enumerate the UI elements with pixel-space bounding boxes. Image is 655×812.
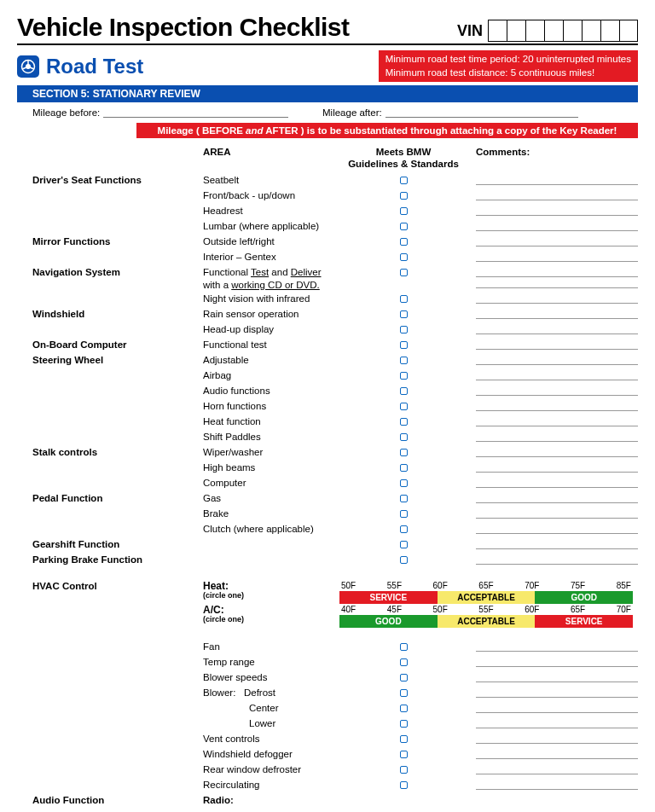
comment-line[interactable]	[476, 174, 638, 185]
checkbox[interactable]	[400, 295, 408, 303]
checkbox[interactable]	[400, 643, 408, 651]
checkbox[interactable]	[400, 556, 408, 564]
comment-line[interactable]	[476, 779, 638, 790]
comment-line[interactable]	[476, 266, 638, 277]
comment-line[interactable]	[476, 431, 638, 442]
vin-box[interactable]	[600, 20, 619, 42]
checkbox[interactable]	[400, 541, 408, 548]
comment-line[interactable]	[476, 717, 638, 728]
checkbox[interactable]	[400, 781, 408, 789]
table-row: Steering WheelAdjustable	[32, 354, 638, 369]
warning-line1: Minimum road test time period: 20 uninte…	[385, 53, 631, 67]
comment-line[interactable]	[476, 205, 638, 216]
item-label: Center	[203, 702, 339, 716]
checkbox[interactable]	[400, 495, 408, 502]
checkbox[interactable]	[400, 357, 408, 364]
checkbox-cell	[339, 671, 467, 685]
checkbox[interactable]	[400, 433, 408, 441]
comment-line[interactable]	[476, 308, 638, 319]
item-label: Head-up display	[203, 323, 339, 337]
checkbox[interactable]	[400, 658, 408, 666]
comment-line[interactable]	[476, 323, 638, 334]
comment-line[interactable]	[476, 656, 638, 667]
comment-line[interactable]	[476, 235, 638, 246]
comment-line[interactable]	[476, 687, 638, 698]
checkbox[interactable]	[400, 223, 408, 230]
comment-line[interactable]	[476, 554, 638, 565]
checkbox[interactable]	[400, 510, 408, 518]
comment-line[interactable]	[476, 671, 638, 682]
comment-line[interactable]	[476, 641, 638, 652]
table-row: High beams	[32, 461, 638, 477]
checkbox[interactable]	[400, 705, 408, 712]
vin-box[interactable]	[619, 20, 638, 42]
comment-line[interactable]	[476, 702, 638, 713]
checkbox[interactable]	[400, 525, 408, 533]
vin-box[interactable]	[544, 20, 563, 42]
scale-tick: 70F	[617, 605, 631, 614]
checkbox-cell	[339, 779, 467, 792]
checkbox[interactable]	[400, 464, 408, 472]
comment-line[interactable]	[476, 339, 638, 350]
comment-line[interactable]	[476, 733, 638, 744]
checkbox[interactable]	[400, 766, 408, 774]
comment-line[interactable]	[476, 508, 638, 519]
checkbox[interactable]	[400, 341, 408, 349]
checkbox[interactable]	[400, 372, 408, 380]
checkbox[interactable]	[400, 449, 408, 456]
comment-line[interactable]	[476, 523, 638, 534]
comment-cell	[467, 266, 638, 288]
vin-box[interactable]	[525, 20, 544, 42]
vin-box[interactable]	[563, 20, 582, 42]
comment-line[interactable]	[476, 277, 638, 288]
checkbox[interactable]	[400, 387, 408, 395]
checkbox[interactable]	[400, 207, 408, 215]
checkbox[interactable]	[400, 720, 408, 728]
table-row: Audio functions	[32, 385, 638, 400]
comment-line[interactable]	[476, 354, 638, 365]
comment-line[interactable]	[476, 446, 638, 457]
comment-line[interactable]	[476, 189, 638, 200]
comment-line[interactable]	[476, 400, 638, 411]
comment-line[interactable]	[476, 415, 638, 426]
checkbox[interactable]	[400, 269, 408, 276]
vin-box[interactable]	[507, 20, 525, 42]
comment-line[interactable]	[476, 538, 638, 549]
checkbox[interactable]	[400, 674, 408, 682]
checkbox[interactable]	[400, 479, 408, 487]
comment-line[interactable]	[476, 369, 638, 380]
table-row: Lower	[32, 717, 638, 733]
checkbox[interactable]	[400, 689, 408, 697]
comment-line[interactable]	[476, 809, 638, 812]
comment-line[interactable]	[476, 477, 638, 488]
checkbox-cell	[339, 446, 467, 460]
table-row: Pedal FunctionGas	[32, 492, 638, 508]
checkbox[interactable]	[400, 418, 408, 426]
vin-box[interactable]	[582, 20, 600, 42]
scale-tick: 60F	[433, 581, 448, 590]
vin-box[interactable]	[488, 20, 507, 42]
comment-line[interactable]	[476, 492, 638, 503]
comment-line[interactable]	[476, 461, 638, 473]
vin-boxes[interactable]	[488, 20, 638, 42]
checkbox[interactable]	[400, 177, 408, 184]
comment-line[interactable]	[476, 748, 638, 759]
comment-line[interactable]	[476, 385, 638, 396]
checkbox[interactable]	[400, 751, 408, 758]
comment-line[interactable]	[476, 251, 638, 262]
comment-line[interactable]	[476, 763, 638, 774]
comment-line[interactable]	[476, 293, 638, 304]
comment-cell	[467, 641, 638, 652]
heat-scale[interactable]: 50F55F60F65F70F75F85FSERVICEACCEPTABLEGO…	[339, 581, 638, 604]
checkbox[interactable]	[400, 192, 408, 200]
checkbox[interactable]	[400, 326, 408, 334]
checkbox[interactable]	[400, 253, 408, 261]
mileage-before-field[interactable]: Mileage before:	[32, 107, 288, 118]
checkbox[interactable]	[400, 238, 408, 246]
mileage-after-field[interactable]: Mileage after:	[322, 107, 578, 118]
checkbox[interactable]	[400, 403, 408, 410]
checkbox[interactable]	[400, 310, 408, 318]
comment-line[interactable]	[476, 220, 638, 231]
ac-scale[interactable]: 40F45F50F55F60F65F70FGOODACCEPTABLESERVI…	[339, 605, 638, 628]
checkbox[interactable]	[400, 735, 408, 743]
